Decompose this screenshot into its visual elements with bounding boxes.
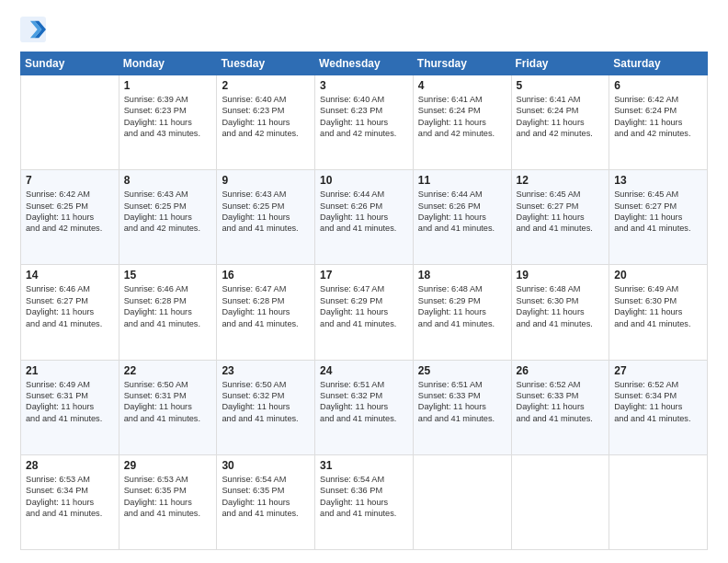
calendar-cell: 30Sunrise: 6:54 AMSunset: 6:35 PMDayligh… [217,454,315,549]
week-row-4: 21Sunrise: 6:49 AMSunset: 6:31 PMDayligh… [21,360,708,454]
calendar-cell: 25Sunrise: 6:51 AMSunset: 6:33 PMDayligh… [413,360,511,454]
sunset-text: Sunset: 6:31 PM [26,390,114,401]
sunset-text: Sunset: 6:25 PM [222,201,310,212]
day-number: 10 [320,174,408,187]
daylight-text: Daylight: 11 hours [26,212,114,223]
sunset-text: Sunset: 6:29 PM [418,295,506,306]
sunrise-text: Sunrise: 6:45 AM [517,189,605,200]
daylight-text: Daylight: 11 hours [517,212,605,223]
daylight-text: Daylight: 11 hours [320,212,408,223]
calendar-cell: 8Sunrise: 6:43 AMSunset: 6:25 PMDaylight… [119,170,217,265]
sunset-text: Sunset: 6:33 PM [418,390,506,401]
calendar-cell: 1Sunrise: 6:39 AMSunset: 6:23 PMDaylight… [119,75,217,170]
calendar-cell: 31Sunrise: 6:54 AMSunset: 6:36 PMDayligh… [315,454,414,549]
daylight-text-cont: and and 41 minutes. [26,508,114,519]
sunset-text: Sunset: 6:25 PM [124,201,212,212]
daylight-text: Daylight: 11 hours [418,401,506,412]
calendar-cell: 18Sunrise: 6:48 AMSunset: 6:29 PMDayligh… [413,265,511,360]
sunset-text: Sunset: 6:27 PM [614,201,702,212]
sunset-text: Sunset: 6:24 PM [614,105,702,116]
calendar-cell: 21Sunrise: 6:49 AMSunset: 6:31 PMDayligh… [21,360,119,454]
day-number: 28 [26,459,114,472]
sunrise-text: Sunrise: 6:41 AM [418,94,506,105]
daylight-text-cont: and and 41 minutes. [320,223,408,234]
sunrise-text: Sunrise: 6:52 AM [614,379,702,390]
sunset-text: Sunset: 6:30 PM [614,295,702,306]
sunset-text: Sunset: 6:23 PM [222,105,310,116]
sunrise-text: Sunrise: 6:43 AM [124,189,212,200]
day-number: 18 [418,269,506,282]
sunset-text: Sunset: 6:34 PM [614,390,702,401]
sunrise-text: Sunrise: 6:50 AM [124,379,212,390]
calendar-cell: 2Sunrise: 6:40 AMSunset: 6:23 PMDaylight… [217,75,315,170]
daylight-text: Daylight: 11 hours [124,117,212,128]
daylight-text: Daylight: 11 hours [124,401,212,412]
daylight-text-cont: and and 41 minutes. [222,318,310,329]
daylight-text: Daylight: 11 hours [26,497,114,508]
daylight-text: Daylight: 11 hours [517,306,605,317]
sunrise-text: Sunrise: 6:40 AM [222,94,310,105]
calendar-cell: 16Sunrise: 6:47 AMSunset: 6:28 PMDayligh… [217,265,315,360]
daylight-text-cont: and and 41 minutes. [517,223,605,234]
daylight-text: Daylight: 11 hours [124,497,212,508]
daylight-text: Daylight: 11 hours [517,117,605,128]
daylight-text: Daylight: 11 hours [222,306,310,317]
sunrise-text: Sunrise: 6:49 AM [26,379,114,390]
calendar-table: SundayMondayTuesdayWednesdayThursdayFrid… [20,52,708,550]
sunset-text: Sunset: 6:26 PM [320,201,408,212]
weekday-header-monday: Monday [119,52,217,75]
daylight-text: Daylight: 11 hours [517,401,605,412]
day-number: 6 [614,79,702,92]
daylight-text: Daylight: 11 hours [320,117,408,128]
day-number: 13 [614,174,702,187]
daylight-text: Daylight: 11 hours [320,497,408,508]
sunrise-text: Sunrise: 6:48 AM [418,283,506,294]
sunrise-text: Sunrise: 6:40 AM [320,94,408,105]
sunrise-text: Sunrise: 6:48 AM [517,283,605,294]
day-number: 8 [124,174,212,187]
calendar-cell: 15Sunrise: 6:46 AMSunset: 6:28 PMDayligh… [119,265,217,360]
daylight-text-cont: and and 42 minutes. [418,128,506,139]
daylight-text-cont: and and 41 minutes. [418,413,506,424]
sunrise-text: Sunrise: 6:47 AM [222,283,310,294]
daylight-text: Daylight: 11 hours [418,306,506,317]
weekday-header-row: SundayMondayTuesdayWednesdayThursdayFrid… [21,52,708,75]
sunset-text: Sunset: 6:27 PM [517,201,605,212]
sunset-text: Sunset: 6:28 PM [222,295,310,306]
calendar-cell [413,454,511,549]
sunrise-text: Sunrise: 6:54 AM [320,474,408,485]
day-number: 12 [517,174,605,187]
sunset-text: Sunset: 6:30 PM [517,295,605,306]
daylight-text-cont: and and 41 minutes. [418,318,506,329]
weekday-header-tuesday: Tuesday [217,52,315,75]
calendar-cell: 9Sunrise: 6:43 AMSunset: 6:25 PMDaylight… [217,170,315,265]
calendar-cell [21,75,119,170]
day-number: 25 [418,364,506,377]
sunset-text: Sunset: 6:36 PM [320,485,408,496]
logo [20,17,50,42]
calendar-cell: 28Sunrise: 6:53 AMSunset: 6:34 PMDayligh… [21,454,119,549]
weekday-header-friday: Friday [511,52,609,75]
daylight-text-cont: and and 41 minutes. [124,508,212,519]
day-number: 1 [124,79,212,92]
sunset-text: Sunset: 6:28 PM [124,295,212,306]
sunrise-text: Sunrise: 6:45 AM [614,189,702,200]
sunrise-text: Sunrise: 6:52 AM [517,379,605,390]
daylight-text: Daylight: 11 hours [418,212,506,223]
sunset-text: Sunset: 6:35 PM [124,485,212,496]
calendar-cell: 5Sunrise: 6:41 AMSunset: 6:24 PMDaylight… [511,75,609,170]
day-number: 15 [124,269,212,282]
sunset-text: Sunset: 6:34 PM [26,485,114,496]
sunrise-text: Sunrise: 6:44 AM [320,189,408,200]
sunrise-text: Sunrise: 6:51 AM [320,379,408,390]
calendar-cell: 12Sunrise: 6:45 AMSunset: 6:27 PMDayligh… [511,170,609,265]
calendar-cell: 22Sunrise: 6:50 AMSunset: 6:31 PMDayligh… [119,360,217,454]
daylight-text-cont: and and 43 minutes. [124,128,212,139]
daylight-text-cont: and and 42 minutes. [26,223,114,234]
day-number: 31 [320,459,408,472]
sunrise-text: Sunrise: 6:53 AM [26,474,114,485]
daylight-text: Daylight: 11 hours [614,117,702,128]
calendar-cell: 6Sunrise: 6:42 AMSunset: 6:24 PMDaylight… [609,75,708,170]
calendar-cell: 26Sunrise: 6:52 AMSunset: 6:33 PMDayligh… [511,360,609,454]
day-number: 29 [124,459,212,472]
